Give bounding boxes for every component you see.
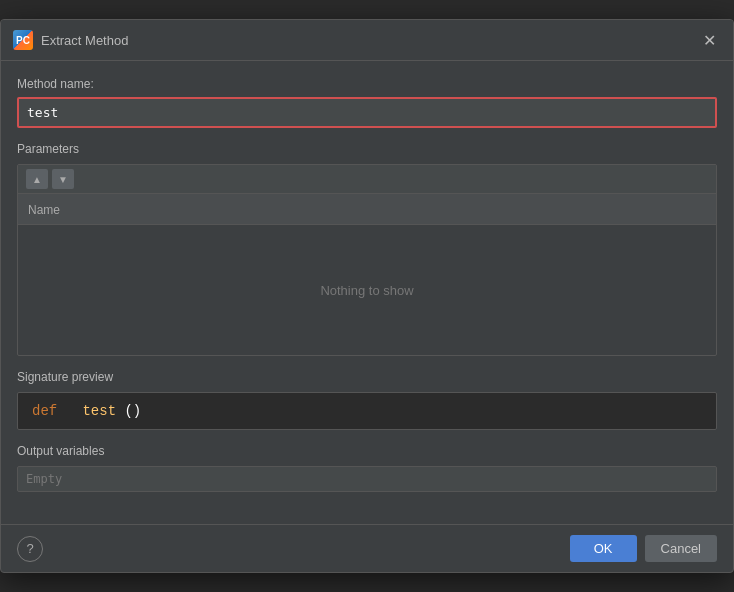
cancel-button[interactable]: Cancel xyxy=(645,535,717,562)
down-arrow-icon: ▼ xyxy=(58,174,68,185)
signature-preview-label: Signature preview xyxy=(17,370,717,384)
def-keyword: def xyxy=(32,403,57,419)
title-left: PC Extract Method xyxy=(13,30,128,50)
method-name-label: Method name: xyxy=(17,77,717,91)
signature-preview-box: def test () xyxy=(17,392,717,430)
move-down-button[interactable]: ▼ xyxy=(52,169,74,189)
app-icon: PC xyxy=(13,30,33,50)
help-button[interactable]: ? xyxy=(17,536,43,562)
dialog-content: Method name: Parameters ▲ ▼ Name Nothing… xyxy=(1,61,733,524)
method-name-input[interactable] xyxy=(17,97,717,128)
move-up-button[interactable]: ▲ xyxy=(26,169,48,189)
ok-button[interactable]: OK xyxy=(570,535,637,562)
output-variables-section: Output variables xyxy=(17,444,717,492)
name-column-header: Name xyxy=(28,203,60,217)
output-variables-input[interactable] xyxy=(17,466,717,492)
function-name: test xyxy=(82,403,116,419)
footer-buttons: OK Cancel xyxy=(570,535,717,562)
function-parens: () xyxy=(124,403,141,419)
parameters-label: Parameters xyxy=(17,142,717,156)
parameters-container: ▲ ▼ Name Nothing to show xyxy=(17,164,717,356)
params-toolbar: ▲ ▼ xyxy=(18,165,716,194)
signature-preview-section: Signature preview def test () xyxy=(17,370,717,430)
extract-method-dialog: PC Extract Method ✕ Method name: Paramet… xyxy=(0,19,734,573)
params-header: Name xyxy=(18,194,716,225)
close-button[interactable]: ✕ xyxy=(697,28,721,52)
empty-message: Nothing to show xyxy=(320,283,413,298)
help-icon: ? xyxy=(26,541,33,556)
up-arrow-icon: ▲ xyxy=(32,174,42,185)
dialog-title: Extract Method xyxy=(41,33,128,48)
params-body: Nothing to show xyxy=(18,225,716,355)
dialog-footer: ? OK Cancel xyxy=(1,524,733,572)
output-variables-label: Output variables xyxy=(17,444,717,458)
title-bar: PC Extract Method ✕ xyxy=(1,20,733,61)
